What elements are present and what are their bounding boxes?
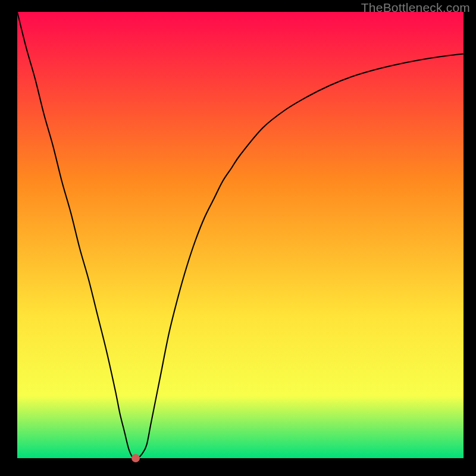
chart-container: TheBottleneck.com: [0, 0, 476, 476]
watermark-text: TheBottleneck.com: [361, 1, 470, 15]
optimal-point-marker: [131, 454, 140, 462]
bottleneck-curve: [17, 12, 464, 458]
